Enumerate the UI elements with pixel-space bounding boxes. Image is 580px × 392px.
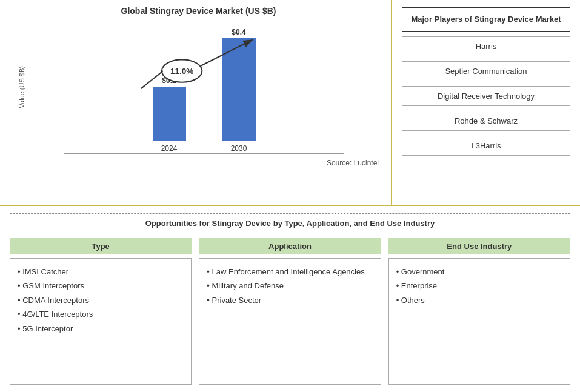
player-l3harris: L3Harris (402, 136, 570, 156)
source-text: Source: Lucintel (18, 159, 379, 167)
bar-label-2030: 2030 (231, 144, 247, 153)
col-type-header: Type (10, 238, 192, 254)
player-drt: Digital Receiver Technology (402, 86, 570, 106)
col-application-content: Law Enforcement and Intelligence Agencie… (199, 258, 381, 385)
col-application-header: Application (199, 238, 381, 254)
bars-container: $0.2 2024 $0.4 2030 (29, 21, 379, 153)
list-item: Military and Defense (207, 279, 373, 293)
chart-inner: $0.2 2024 $0.4 2030 (29, 21, 379, 154)
col-type: Type IMSI Catcher GSM Interceptors CDMA … (10, 238, 192, 385)
list-item: Others (396, 293, 562, 307)
bar-value-2030: $0.4 (232, 28, 245, 36)
chart-wrapper: Value (US $B) $0.2 2024 $0.4 (18, 21, 379, 154)
bar-2024 (153, 87, 186, 141)
list-item: Government (396, 265, 562, 279)
bar-group-2030: $0.4 2030 (222, 28, 256, 153)
player-septier: Septier Communication (402, 61, 570, 81)
list-item: Private Sector (207, 293, 373, 307)
list-item: Enterprise (396, 279, 562, 293)
list-item: GSM Interceptors (18, 279, 184, 293)
players-title: Major Players of Stingray Device Market (402, 7, 570, 32)
main-container: Global Stingray Device Market (US $B) Va… (0, 0, 580, 392)
svg-text:11.0%: 11.0% (170, 67, 193, 76)
bar-value-2024: $0.2 (162, 76, 176, 85)
columns-container: Type IMSI Catcher GSM Interceptors CDMA … (10, 238, 570, 385)
col-end-use: End Use Industry Government Enterprise O… (388, 238, 570, 385)
x-axis-line (64, 153, 344, 154)
col-type-content: IMSI Catcher GSM Interceptors CDMA Inter… (10, 258, 192, 385)
col-end-use-content: Government Enterprise Others (388, 258, 570, 385)
chart-area: Global Stingray Device Market (US $B) Va… (0, 0, 392, 205)
list-item: Law Enforcement and Intelligence Agencie… (207, 265, 373, 279)
annotation-svg: 11.0% (29, 21, 379, 153)
player-rohde: Rohde & Schwarz (402, 111, 570, 131)
y-axis-label: Value (US $B) (18, 66, 25, 108)
col-application: Application Law Enforcement and Intellig… (199, 238, 381, 385)
top-section: Global Stingray Device Market (US $B) Va… (0, 0, 580, 206)
col-end-use-header: End Use Industry (388, 238, 570, 254)
list-item: IMSI Catcher (18, 265, 184, 279)
player-harris: Harris (402, 36, 570, 56)
players-area: Major Players of Stingray Device Market … (392, 0, 580, 205)
list-item: CDMA Interceptors (18, 293, 184, 307)
bottom-section: Opportunities for Stingray Device by Typ… (0, 206, 580, 392)
list-item: 4G/LTE Interceptors (18, 307, 184, 321)
list-item: 5G Interceptor (18, 322, 184, 336)
opportunities-title: Opportunities for Stingray Device by Typ… (10, 213, 570, 233)
chart-title: Global Stingray Device Market (US $B) (121, 6, 276, 16)
bar-2030 (222, 38, 256, 141)
bar-group-2024: $0.2 2024 (153, 76, 186, 153)
bar-label-2024: 2024 (161, 144, 178, 153)
